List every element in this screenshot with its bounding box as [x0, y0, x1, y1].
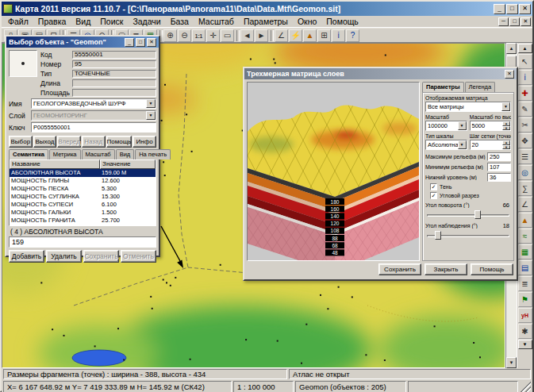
object-key-field[interactable]: P0055550001 [31, 122, 156, 133]
cancel-button[interactable]: Отменить [121, 250, 156, 263]
zoom-out-icon[interactable]: ⊖ [178, 29, 191, 42]
tab-view[interactable]: Вид [116, 149, 135, 159]
scrollbar-down-icon[interactable]: ▼ [506, 357, 517, 368]
matrix-close-button[interactable]: Закрыть [425, 263, 467, 275]
search-object-icon[interactable]: ◎ [518, 165, 532, 180]
object-dialog-titlebar[interactable]: Выбор объекта - "Geomon" _ □ ✕ [6, 37, 159, 48]
help-icon[interactable]: ? [346, 29, 359, 42]
semantic-row[interactable]: МОЩНОСТЬ ГАЛЬКИ1.500 [10, 209, 156, 217]
semantic-row[interactable]: МОЩНОСТЬ СУПЕСИ6.100 [10, 201, 156, 209]
close-button[interactable]: ✕ [519, 4, 531, 14]
min-relief-value[interactable]: 107 [487, 163, 511, 171]
terrain-3d-view[interactable]: 180160140120108886848 [247, 82, 420, 261]
delete-object-icon[interactable]: ✂ [518, 117, 532, 133]
help-button[interactable]: Помощь [106, 136, 133, 148]
grid-step-spinner[interactable]: 20▲▼ [470, 140, 512, 150]
settings-icon[interactable]: ✱ [518, 324, 532, 339]
spin-down-icon[interactable]: ▼ [502, 145, 510, 150]
tab-print[interactable]: На печать [135, 149, 171, 159]
edit-object-icon[interactable]: ✎ [518, 102, 532, 117]
menu-database[interactable]: База [166, 16, 194, 27]
semantic-value-input[interactable] [9, 236, 156, 248]
semantic-row[interactable]: АБСОЛЮТНАЯ ВЫСОТА159.00 М [10, 169, 156, 177]
select-object-icon[interactable]: ↖ [518, 54, 532, 69]
add-button[interactable]: Добавить [9, 250, 44, 263]
exit-button[interactable]: Выход [33, 136, 57, 148]
layers-icon[interactable]: ▦ [518, 244, 532, 259]
coord-height-icon[interactable]: уH [518, 308, 532, 323]
scale-combobox[interactable]: 100000▼ [425, 121, 467, 131]
corner-cut-checkbox[interactable]: ✓Угловой разрез [430, 191, 511, 200]
prev-view-icon[interactable]: ◄ [240, 29, 254, 42]
menu-help[interactable]: Помощь [321, 16, 363, 27]
object-name-combobox[interactable]: ГЕОЛОГОРАЗВЕДОЧНЫЙ ШУРФ▼ [31, 98, 156, 109]
menu-view[interactable]: Вид [71, 16, 95, 27]
grid-matrix-icon[interactable]: ⊞ [317, 29, 331, 42]
info-button[interactable]: Инфо [133, 136, 156, 148]
tab-metrics[interactable]: Метрика [49, 149, 81, 159]
shadow-checkbox[interactable]: ✓Тень [430, 183, 511, 191]
zoom-in-icon[interactable]: ⊕ [163, 29, 177, 42]
database-icon[interactable]: ▤ [518, 260, 532, 275]
menu-scale[interactable]: Масштаб [194, 16, 239, 27]
mdi-close-button[interactable]: ✕ [521, 17, 531, 26]
object-dialog-close-button[interactable]: ✕ [147, 38, 156, 47]
semantic-row[interactable]: МОЩНОСТЬ СУГЛИНКА15.300 [10, 193, 156, 201]
tab-parameters[interactable]: Параметры [422, 82, 464, 92]
maximize-button[interactable]: □ [506, 4, 518, 14]
object-dialog-maximize-button[interactable]: □ [136, 38, 145, 47]
back-button[interactable]: Назад [82, 136, 106, 148]
tools-scroll-down-button[interactable]: ▼ [518, 340, 532, 349]
semantics-table[interactable]: Название Значение АБСОЛЮТНАЯ ВЫСОТА159.0… [9, 159, 156, 226]
chevron-down-icon[interactable]: ▼ [146, 99, 156, 108]
create-object-icon[interactable]: ✚ [518, 86, 532, 101]
delete-button[interactable]: Удалить [46, 250, 82, 263]
semantic-row[interactable]: МОЩНОСТЬ ГРАНИТА25.700 [10, 217, 156, 225]
menu-window[interactable]: Окно [293, 16, 321, 27]
semantic-row[interactable]: МОЩНОСТЬ ГЛИНЫ12.600 [10, 177, 156, 185]
menu-options[interactable]: Параметры [239, 16, 293, 27]
object-dialog-minimize-button[interactable]: _ [125, 38, 134, 47]
spin-down-icon[interactable]: ▼ [502, 126, 510, 131]
next-view-icon[interactable]: ► [255, 29, 268, 42]
semantic-row[interactable]: МОЩНОСТЬ ПЕСКА5.300 [10, 185, 156, 193]
profile-icon[interactable]: ≈ [518, 229, 532, 244]
matrix-save-button[interactable]: Сохранить [378, 263, 421, 275]
view-angle-slider[interactable] [427, 231, 509, 240]
menu-file[interactable]: Файл [3, 16, 33, 27]
slider-thumb[interactable] [435, 231, 441, 240]
matrix-3d-icon[interactable]: ▲ [518, 213, 532, 228]
scrollbar-up-icon[interactable]: ▲ [506, 43, 517, 54]
menu-tasks[interactable]: Задачи [128, 16, 165, 27]
measure-icon[interactable]: ∠ [275, 29, 288, 42]
chevron-down-icon[interactable]: ▼ [501, 102, 510, 111]
calculations-icon[interactable]: ∑ [518, 181, 532, 196]
pan-icon[interactable]: ✛ [206, 29, 220, 42]
view-3d-icon[interactable]: ▲ [303, 29, 317, 42]
measure-length-icon[interactable]: ∠ [518, 197, 532, 212]
matrix-help-button[interactable]: Помощь [471, 263, 513, 275]
legend-icon[interactable]: ≣ [518, 276, 532, 291]
minimize-button[interactable]: _ [494, 4, 505, 14]
object-list-icon[interactable]: ☰ [518, 149, 532, 164]
menu-edit[interactable]: Правка [33, 16, 71, 27]
chevron-down-icon[interactable]: ▼ [458, 121, 467, 130]
forward-button[interactable]: Вперед [57, 136, 81, 148]
object-info-icon[interactable]: i [332, 29, 345, 42]
tools-scroll-up-button[interactable]: ▲ [518, 44, 532, 53]
matrix-select-combobox[interactable]: Все матрицы▼ [425, 102, 511, 112]
save-button[interactable]: Сохранить [83, 250, 119, 263]
scale-type-combobox[interactable]: Абсолютная▼ [425, 140, 467, 150]
full-extent-icon[interactable]: ▭ [221, 29, 234, 42]
zoom-1-1-icon[interactable]: 1:1 [192, 29, 206, 42]
lower-level-value[interactable]: 36 [487, 173, 511, 182]
object-info-icon[interactable]: i [518, 70, 532, 85]
resize-grip[interactable] [520, 381, 531, 392]
matrix-dialog-titlebar[interactable]: Трехмерная матрица слоев ✕ [244, 68, 517, 79]
tab-semantics[interactable]: Семантика [9, 149, 48, 159]
height-scale-spinner[interactable]: 5000▲▼ [470, 121, 512, 131]
select-button[interactable]: Выбор [9, 136, 33, 148]
move-object-icon[interactable]: ✥ [518, 133, 532, 148]
menu-search[interactable]: Поиск [95, 16, 128, 27]
tab-legend[interactable]: Легенда [465, 82, 496, 92]
